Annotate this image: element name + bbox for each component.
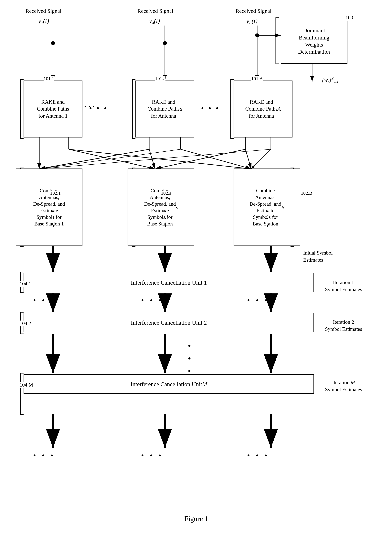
weights-notation: {ŵs}Bs=1 bbox=[322, 77, 338, 84]
ref-101-A: 101.A bbox=[251, 76, 263, 81]
dots-between-icu1-icu2-left: • • • bbox=[33, 296, 56, 304]
received-signal-var-a: ya(t) bbox=[149, 17, 160, 25]
combine-box-B: CombineAntennas,De-Spread, andEstimateSy… bbox=[233, 169, 300, 246]
ref-102-s: 102.s bbox=[161, 191, 171, 196]
dots-rake1-paths: • • • bbox=[84, 104, 95, 109]
icu-2: Interference Cancellation Unit 2 bbox=[23, 313, 314, 332]
dots-combine1: ••• bbox=[53, 208, 54, 230]
iteration-1-label: Iteration 1Symbol Estimates bbox=[318, 279, 369, 293]
dots-combineB: ••• bbox=[266, 208, 268, 230]
beamforming-box: DominantBeamformingWeightsDetermination bbox=[281, 19, 347, 64]
svg-line-29 bbox=[181, 149, 251, 169]
received-signal-label-A: Received Signal bbox=[236, 8, 271, 14]
initial-symbol-estimates-label: Initial SymbolEstimates bbox=[303, 249, 350, 264]
diagram-container: Received Signal y1(t) Received Signal ya… bbox=[0, 0, 392, 535]
received-signal-label-1: Received Signal bbox=[26, 8, 61, 14]
rake-box-a: RAKE andCombine Pathsfor Antenna a bbox=[135, 80, 194, 137]
svg-line-36 bbox=[251, 149, 271, 169]
ref-101-a: 101.a bbox=[155, 76, 165, 81]
received-signal-var-1: y1(t) bbox=[38, 17, 49, 25]
ref-101-1: 101.1 bbox=[44, 76, 54, 81]
ref-104-M: 104.M bbox=[20, 382, 33, 388]
iteration-M-label: Iteration MSymbol Estimates bbox=[318, 379, 369, 393]
dots-between-icu1-icu2-mid: • • • bbox=[141, 296, 163, 304]
dots-combines: ••• bbox=[164, 208, 166, 230]
dots-between-icu1-icu2-right: • • • bbox=[247, 296, 270, 304]
svg-line-33 bbox=[155, 149, 245, 169]
rake-box-1: RAKE andCombine Pathsfor Antenna 1 bbox=[23, 80, 82, 137]
ref-104-2: 104.2 bbox=[20, 320, 31, 326]
dots-bottom-left: • • • bbox=[33, 452, 56, 459]
figure-caption: Figure 1 bbox=[147, 515, 245, 523]
ref-100: 100 bbox=[345, 15, 353, 21]
svg-line-35 bbox=[39, 149, 271, 169]
svg-line-23 bbox=[69, 149, 155, 169]
ref-104-1: 104.1 bbox=[20, 281, 31, 287]
received-signal-var-A: yA(t) bbox=[246, 17, 257, 25]
dots-rake-a-A: • • • bbox=[201, 104, 220, 112]
iteration-2-label: Iteration 2Symbol Estimates bbox=[318, 319, 369, 333]
icu-M: Interference Cancellation Unit M bbox=[23, 374, 314, 394]
dots-bottom-right: • • • bbox=[247, 452, 270, 459]
ref-102-B: 102.B bbox=[301, 191, 312, 196]
svg-line-32 bbox=[245, 149, 251, 169]
dots-vertical-center: ••• bbox=[188, 340, 191, 377]
rake-box-A: RAKE andCombine Pathsfor Antenna A bbox=[233, 80, 293, 137]
combine-box-1: CombineAntennas,De-Spread, andEstimateSy… bbox=[16, 169, 82, 246]
ref-102-1: 102.1 bbox=[50, 191, 61, 196]
combine-box-s: CombineAntennas,De-Spread, andEstimateSy… bbox=[128, 169, 194, 246]
dots-bottom-mid: • • • bbox=[141, 452, 163, 459]
received-signal-label-a: Received Signal bbox=[137, 8, 173, 14]
icu-1: Interference Cancellation Unit 1 bbox=[23, 273, 314, 292]
